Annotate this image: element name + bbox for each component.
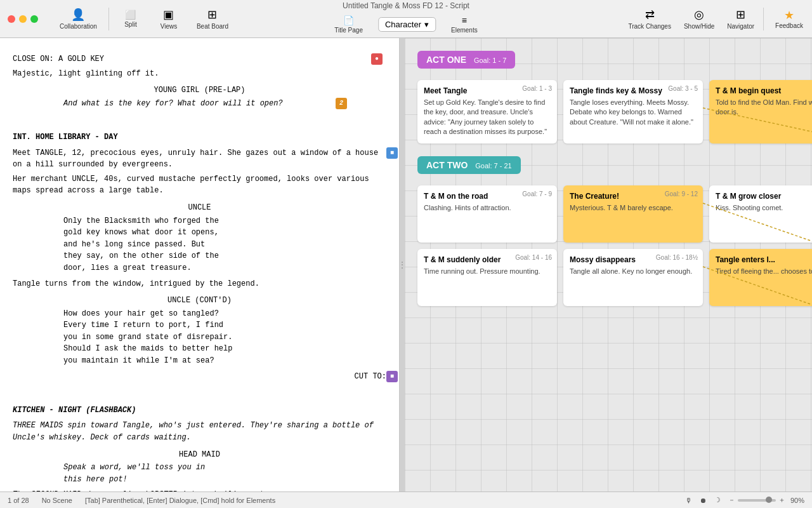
main-area: CLOSE ON: A GOLD KEY ● Majestic, light g… (0, 38, 812, 491)
beat-card-on-the-road[interactable]: Goal: 7 - 9 T & M on the road Clashing. … (417, 185, 557, 243)
beat-board-label: Beat Board (197, 23, 228, 30)
script-transition-row: CUT TO: ■ (13, 371, 386, 383)
show-hide-label: Show/Hide (684, 23, 714, 30)
grow-closer-title: T & M grow closer (716, 192, 812, 201)
creature-goal: Goal: 9 - 12 (665, 190, 698, 197)
zoom-level: 90% (790, 497, 804, 504)
script-character-1: YOUNG GIRL (PRE-LAP) (13, 84, 386, 97)
character-dropdown-label: Character (385, 20, 421, 29)
beat-card-meet-tangle[interactable]: Goal: 1 - 3 Meet Tangle Set up Gold Key.… (417, 80, 557, 144)
navigator-icon: ⊞ (736, 8, 745, 22)
suddenly-older-desc: Time running out. Pressure mounting. (424, 267, 551, 276)
annotation-badge-purple[interactable]: ■ (386, 371, 398, 382)
beat-card-suddenly-older[interactable]: Goal: 14 - 16 T & M suddenly older Time … (417, 249, 557, 306)
zoom-in-icon[interactable]: ＋ (778, 495, 785, 505)
titlebar: 👤 Collaboration ⬜ Split ▣ Views ⊞ Beat B… (0, 0, 812, 38)
split-label: Split (124, 21, 136, 28)
zoom-slider[interactable] (738, 499, 776, 502)
beat-card-begin-quest[interactable]: T & M begin quest Told to find the Old M… (709, 80, 812, 144)
zoom-out-icon[interactable]: － (728, 495, 735, 505)
suddenly-older-goal: Goal: 14 - 16 (515, 254, 552, 261)
grow-closer-desc: Kiss. Shooting comet. (716, 203, 812, 213)
script-character-3: UNCLE (CONT'D) (13, 295, 386, 307)
statusbar: 1 of 28 No Scene [Tab] Parenthetical, [E… (0, 491, 812, 508)
beat-card-tangle-enters[interactable]: Tangle enters l... Tired of fleeing the.… (709, 249, 812, 306)
show-hide-button[interactable]: ◎ Show/Hide (678, 5, 721, 32)
beat-board-icon: ⊞ (207, 8, 217, 22)
views-button[interactable]: ▣ Views (150, 5, 188, 32)
script-line-action-1: CLOSE ON: A GOLD KEY ● (13, 53, 386, 65)
split-button[interactable]: ⬜ Split (112, 7, 150, 30)
tangle-finds-key-goal: Goal: 3 - 5 (668, 85, 698, 92)
script-action-4: Her merchant UNCLE, 40s, curved mustache… (13, 173, 386, 197)
mossy-disappears-desc: Tangle all alone. Key no longer enough. (570, 267, 697, 276)
script-transition-1: CUT TO: (13, 371, 386, 383)
script-content: CLOSE ON: A GOLD KEY ● Majestic, light g… (0, 53, 399, 491)
creature-desc: Mysterious. T & M barely escape. (570, 203, 697, 213)
window-title: Untitled Tangle & Moss FD 12 - Script (343, 1, 469, 10)
annotation-badge-blue[interactable]: ■ (386, 147, 398, 159)
microphone-icon[interactable]: 🎙 (685, 497, 692, 504)
maximize-button[interactable] (30, 15, 38, 23)
collaboration-button[interactable]: 👤 Collaboration (51, 5, 106, 32)
moon-icon[interactable]: ☽ (714, 496, 721, 504)
mossy-disappears-goal: Goal: 16 - 18½ (656, 254, 698, 261)
scene-info: No Scene (42, 497, 72, 504)
beat-card-mossy-disappears[interactable]: Goal: 16 - 18½ Mossy disappears Tangle a… (563, 249, 703, 306)
beat-card-tangle-finds-key[interactable]: Goal: 3 - 5 Tangle finds key & Mossy Tan… (563, 80, 703, 144)
script-character-4: HEAD MAID (13, 449, 386, 461)
title-page-button[interactable]: 📄 Title Page (325, 13, 372, 36)
zoom-control[interactable]: － ＋ 90% (728, 495, 804, 505)
begin-quest-title: T & M begin quest (716, 86, 812, 95)
act-two-cards-row1: Goal: 7 - 9 T & M on the road Clashing. … (417, 185, 799, 243)
annotation-badge-red[interactable]: ● (371, 53, 383, 65)
record-icon[interactable]: ⏺ (700, 497, 707, 504)
window-controls (0, 15, 46, 23)
script-action-7: The SECOND MAID drops a live LOBSTER int… (13, 489, 386, 491)
toolbar-right: ⇄ Track Changes ◎ Show/Hide ⊞ Navigator … (622, 5, 812, 32)
page-info: 1 of 28 (8, 497, 29, 504)
chevron-down-icon: ▾ (424, 20, 429, 29)
elements-icon: ≡ (462, 15, 467, 25)
statusbar-right: 🎙 ⏺ ☽ － ＋ 90% (685, 495, 804, 505)
navigator-button[interactable]: ⊞ Navigator (721, 5, 761, 32)
beat-board-button[interactable]: ⊞ Beat Board (188, 5, 237, 32)
tangle-finds-key-desc: Tangle loses everything. Meets Mossy. De… (570, 98, 697, 127)
minimize-button[interactable] (19, 15, 27, 23)
track-changes-icon: ⇄ (645, 8, 655, 22)
toolbar-separator-1 (108, 8, 109, 30)
script-dialogue-italic-1: And what is the key for? What door will … (63, 98, 336, 110)
on-the-road-goal: Goal: 7 - 9 (522, 190, 552, 197)
annotation-badge-orange[interactable]: 2 (336, 98, 347, 109)
show-hide-icon: ◎ (694, 8, 704, 22)
toolbar-left: 👤 Collaboration ⬜ Split ▣ Views ⊞ Beat B… (51, 5, 237, 32)
script-line-character-1-row: YOUNG GIRL (PRE-LAP) And what is the key… (13, 84, 386, 109)
close-button[interactable] (8, 15, 15, 23)
act-one-label: ACT ONE Goal: 1 - 7 (417, 51, 515, 69)
act-one-cards: Goal: 1 - 3 Meet Tangle Set up Gold Key.… (417, 80, 799, 144)
act-one-section: ACT ONE Goal: 1 - 7 Goal: 1 - 3 Meet Tan… (417, 51, 799, 144)
beat-card-creature[interactable]: Goal: 9 - 12 The Creature! Mysterious. T… (563, 185, 703, 243)
act-one-goal: Goal: 1 - 7 (474, 57, 506, 64)
toolbar-center: Untitled Tangle & Moss FD 12 - Script 📄 … (325, 1, 486, 36)
script-action-5: Tangle turns from the window, intrigued … (13, 278, 386, 290)
character-dropdown[interactable]: Character ▾ (378, 17, 436, 32)
meet-tangle-desc: Set up Gold Key. Tangle's desire to find… (424, 98, 551, 137)
zoom-handle[interactable] (766, 497, 772, 503)
feedback-button[interactable]: ★ Feedback (766, 6, 812, 32)
beat-card-grow-closer[interactable]: T & M grow closer Kiss. Shooting comet. (709, 185, 812, 243)
script-action-6: THREE MAIDS spin toward Tangle, who's ju… (13, 420, 386, 443)
act-two-section: ACT TWO Goal: 7 - 21 Goal: 7 - 9 T & M o… (417, 156, 799, 306)
act-two-goal: Goal: 7 - 21 (475, 162, 511, 170)
script-slug-1: INT. HOME LIBRARY - DAY (13, 131, 386, 144)
title-page-icon: 📄 (343, 15, 354, 25)
meet-tangle-goal: Goal: 1 - 3 (522, 85, 552, 92)
track-changes-button[interactable]: ⇄ Track Changes (622, 5, 677, 32)
beat-board[interactable]: ACT ONE Goal: 1 - 7 Goal: 1 - 3 Meet Tan… (405, 38, 812, 491)
split-icon: ⬜ (125, 10, 136, 20)
elements-button[interactable]: ≡ Elements (442, 13, 487, 36)
script-panel[interactable]: CLOSE ON: A GOLD KEY ● Majestic, light g… (0, 38, 400, 491)
tangle-enters-desc: Tired of fleeing the... chooses to confr… (716, 267, 812, 276)
views-icon: ▣ (163, 8, 174, 22)
panel-divider[interactable] (400, 38, 405, 491)
